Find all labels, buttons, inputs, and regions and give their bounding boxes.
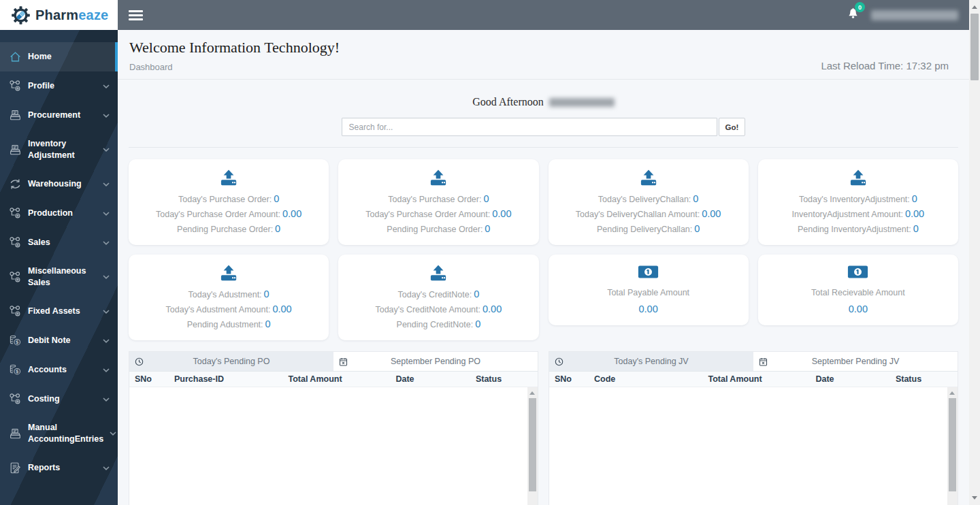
sidebar-item-label: Debit Note xyxy=(28,335,97,346)
last-reload-time: Last Reload Time: 17:32 pm xyxy=(821,60,949,71)
chevron-down-icon xyxy=(103,241,110,245)
user-menu-redacted[interactable] xyxy=(871,10,958,20)
sidebar-item-label: Manual AccountingEntries xyxy=(28,422,103,445)
scrollbar-thumb[interactable] xyxy=(970,14,979,80)
menu-toggle-button[interactable] xyxy=(129,8,143,22)
sidebar-item-accounts[interactable]: $ Accounts xyxy=(0,355,118,385)
workflow-icon xyxy=(9,271,22,284)
sidebar-item-inventory-adjustment[interactable]: Inventory Adjustment xyxy=(0,130,118,169)
upload-icon xyxy=(638,169,659,186)
sidebar-item-label: Home xyxy=(28,51,110,63)
clock-icon xyxy=(135,357,144,366)
sidebar-item-label: Profile xyxy=(28,80,97,92)
workflow-icon xyxy=(9,305,22,318)
scrollbar-thumb[interactable] xyxy=(529,398,536,491)
svg-text:$: $ xyxy=(16,368,19,374)
stat-card-inventory-adjustment: Today's InventoryAdjustment:0 InventoryA… xyxy=(758,159,958,245)
sidebar-item-label: Warehousing xyxy=(28,178,97,190)
money-icon xyxy=(847,265,868,279)
sidebar-item-reports[interactable]: Reports xyxy=(0,453,118,483)
register-icon xyxy=(9,109,22,122)
search-bar: Go! xyxy=(118,118,969,136)
coins-icon: $ xyxy=(9,334,22,347)
app-logo[interactable]: Pharmeaze xyxy=(0,0,118,30)
scroll-up-arrow-icon[interactable] xyxy=(949,391,955,395)
chevron-down-icon xyxy=(103,368,110,372)
notification-badge: 0 xyxy=(855,2,865,12)
sidebar-item-miscellaneous-sales[interactable]: Miscellaneous Sales xyxy=(0,257,118,297)
po-table-scrollbar[interactable] xyxy=(527,387,538,505)
chevron-down-icon xyxy=(103,339,110,343)
pending-po-panel: Today's Pending PO September Pending PO … xyxy=(129,351,538,505)
upload-icon xyxy=(428,265,448,282)
coins-icon: $ xyxy=(9,363,22,376)
scroll-up-arrow-icon[interactable] xyxy=(529,391,535,395)
register-icon xyxy=(9,427,22,440)
greeting: Good Afternoon xyxy=(118,96,969,108)
jv-table-scrollbar[interactable] xyxy=(947,387,958,505)
house-icon xyxy=(9,50,22,63)
gear-pill-logo-icon xyxy=(11,5,31,25)
stat-card-adjustment: Today's Adustment:0 Today's Adustment Am… xyxy=(129,255,329,340)
sidebar-item-label: Fixed Assets xyxy=(28,306,97,317)
po-table-body xyxy=(129,387,538,505)
sync-icon xyxy=(9,178,22,191)
stat-card-delivery-challan: Today's DeliveryChallan:0 Today's Delive… xyxy=(549,159,749,245)
sidebar-item-profile[interactable]: Profile xyxy=(0,71,118,101)
chevron-down-icon xyxy=(103,182,110,186)
scrollbar-thumb[interactable] xyxy=(949,398,956,491)
search-input[interactable] xyxy=(342,118,717,136)
sidebar-item-production[interactable]: Production xyxy=(0,199,118,228)
scroll-up-arrow-icon[interactable] xyxy=(972,5,977,9)
workflow-icon xyxy=(9,236,22,249)
po-table-header: SNo Purchase-ID Total Amount Date Status xyxy=(129,372,538,387)
page-title: Welcome Information Technology! xyxy=(129,39,958,56)
sidebar-item-label: Reports xyxy=(28,462,97,474)
tab-september-pending-jv[interactable]: September Pending JV xyxy=(753,352,958,371)
user-name-redacted xyxy=(549,98,615,107)
sidebar-item-fixed-assets[interactable]: Fixed Assets xyxy=(0,297,118,326)
sidebar-item-label: Production xyxy=(28,208,97,219)
notifications-button[interactable]: 0 xyxy=(847,7,859,22)
calendar-icon xyxy=(759,357,768,366)
stat-card-total-payable: Total Payable Amount 0.00 xyxy=(549,255,749,325)
sidebar-item-debit-note[interactable]: $ Debit Note xyxy=(0,326,118,355)
sidebar-item-label: Inventory Adjustment xyxy=(28,138,97,161)
calendar-icon xyxy=(339,357,348,366)
chevron-down-icon xyxy=(103,310,110,314)
chevron-down-icon xyxy=(103,114,110,118)
workflow-icon xyxy=(9,80,22,93)
greeting-text: Good Afternoon xyxy=(472,96,543,108)
stat-card-purchase-order-2: Today's Purchase Order:0 Today's Purchas… xyxy=(338,159,538,245)
sidebar-item-manual-accounting-entries[interactable]: Manual AccountingEntries xyxy=(0,414,118,453)
stat-card-credit-note: Today's CreditNote:0 Today's CreditNote … xyxy=(338,255,538,340)
sidebar-item-label: Costing xyxy=(28,393,97,405)
workflow-icon xyxy=(9,207,22,220)
page-scrollbar[interactable] xyxy=(969,0,980,505)
upload-icon xyxy=(218,265,239,282)
scroll-down-arrow-icon[interactable] xyxy=(972,496,977,500)
workflow-icon xyxy=(9,393,22,406)
sidebar: Pharmeaze Home Profile Procurement Inven… xyxy=(0,0,118,505)
stat-cards-row-1: Today's Purchase Order:0 Today's Purchas… xyxy=(118,148,969,245)
svg-text:$: $ xyxy=(16,339,19,345)
money-icon xyxy=(638,265,659,279)
sidebar-item-warehousing[interactable]: Warehousing xyxy=(0,169,118,199)
upload-icon xyxy=(428,169,448,186)
chevron-down-icon xyxy=(110,431,116,436)
tab-september-pending-po[interactable]: September Pending PO xyxy=(333,352,538,371)
chevron-down-icon xyxy=(103,466,110,470)
tab-todays-pending-po[interactable]: Today's Pending PO xyxy=(129,352,333,371)
sidebar-item-costing[interactable]: Costing xyxy=(0,385,118,414)
tab-todays-pending-jv[interactable]: Today's Pending JV xyxy=(549,352,753,371)
upload-icon xyxy=(218,169,239,186)
jv-table-header: SNo Code Total Amount Date Status xyxy=(549,372,958,387)
chevron-down-icon xyxy=(103,275,110,279)
search-go-button[interactable]: Go! xyxy=(719,118,746,136)
topbar: 0 xyxy=(118,0,969,30)
sidebar-item-home[interactable]: Home xyxy=(0,42,118,71)
sidebar-nav: Home Profile Procurement Inventory Adjus… xyxy=(0,30,118,505)
sidebar-item-label: Procurement xyxy=(28,110,97,121)
sidebar-item-procurement[interactable]: Procurement xyxy=(0,101,118,130)
sidebar-item-sales[interactable]: Sales xyxy=(0,228,118,257)
